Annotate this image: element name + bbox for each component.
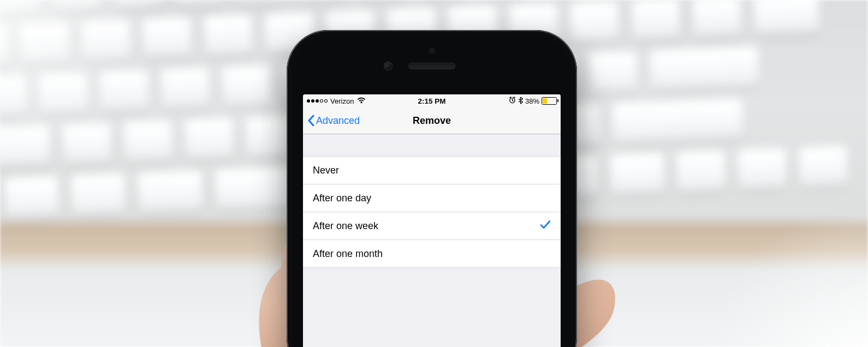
option-label: After one week: [313, 220, 378, 232]
options-list: Never After one day After one week After…: [303, 157, 561, 268]
option-never[interactable]: Never: [303, 157, 561, 184]
navigation-bar: Advanced Remove: [303, 107, 561, 134]
front-camera: [384, 62, 393, 70]
section-gap: [303, 134, 561, 157]
option-label: After one day: [313, 193, 371, 204]
earpiece-speaker: [408, 63, 455, 69]
status-bar: Verizon 2:15 PM 38%: [303, 94, 561, 107]
option-after-one-month[interactable]: After one month: [303, 240, 561, 268]
iphone-device: Verizon 2:15 PM 38%: [287, 30, 577, 347]
option-after-one-day[interactable]: After one day: [303, 184, 561, 212]
option-label: Never: [313, 165, 339, 176]
option-label: After one month: [313, 248, 383, 260]
content-background: [303, 268, 561, 347]
status-time: 2:15 PM: [303, 97, 561, 105]
back-label: Advanced: [316, 115, 360, 127]
phone-screen: Verizon 2:15 PM 38%: [303, 94, 561, 347]
back-button[interactable]: Advanced: [307, 115, 360, 127]
checkmark-icon: [540, 220, 551, 232]
chevron-left-icon: [307, 115, 315, 127]
battery-icon: [542, 97, 557, 105]
battery-fill: [543, 98, 547, 104]
option-after-one-week[interactable]: After one week: [303, 212, 561, 240]
proximity-sensor: [429, 47, 435, 54]
